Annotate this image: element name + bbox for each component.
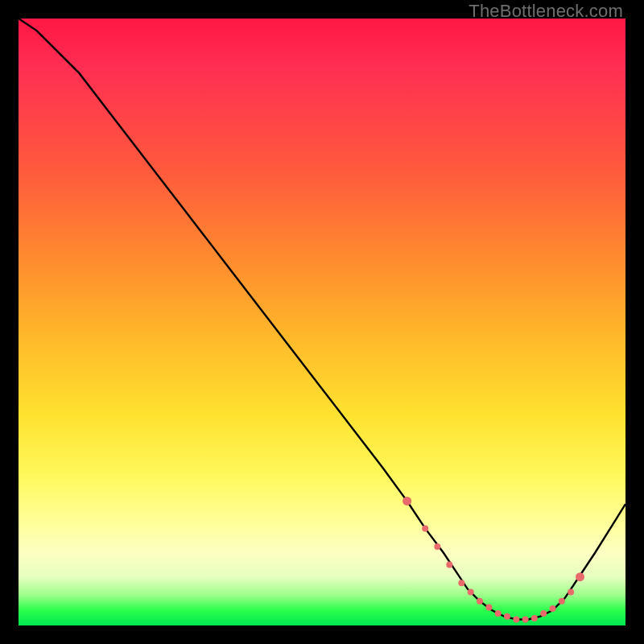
highlight-dot [522,617,529,623]
highlight-dot [485,604,492,610]
chart-svg [19,19,625,625]
highlight-dot [422,525,428,531]
highlight-dot [434,543,440,550]
watermark-text: TheBottleneck.com [469,1,623,22]
bottleneck-curve [19,19,625,620]
highlight-dot [458,580,464,586]
highlight-dot [540,610,547,617]
highlight-dot [550,605,556,612]
highlight-dot [495,610,502,617]
highlight-dots [402,497,584,623]
highlight-dot [568,589,574,596]
highlight-dot [468,589,474,596]
chart-frame: TheBottleneck.com [0,0,644,644]
highlight-dot [531,615,538,621]
highlight-dot [477,598,483,605]
highlight-dot [513,617,519,623]
highlight-dot [559,598,565,605]
highlight-dot [576,572,584,581]
highlight-dot [446,562,452,568]
highlight-dot [504,613,510,620]
highlight-dot [402,497,411,506]
